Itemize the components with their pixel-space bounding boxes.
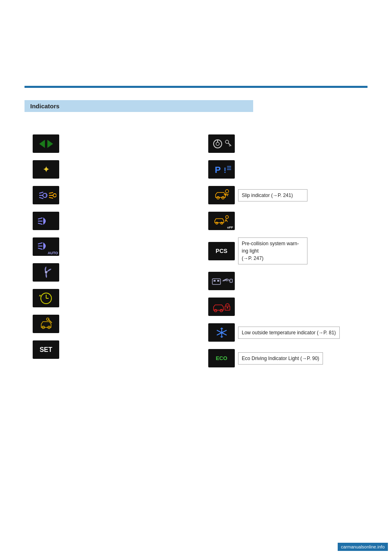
svg-text:!: ! [224,166,226,175]
wrench-row [33,315,184,333]
key-svg [212,137,232,151]
svg-point-49 [227,307,228,309]
temperature-callout-text: Low outside temperature indicator (→P. 8… [242,330,336,336]
slip-icon [208,186,235,204]
svg-line-10 [38,223,42,224]
page-content: Indicators ✦ [0,0,392,391]
eco-callout: Eco Driving Indicator Light (→P. 90) [238,352,323,365]
eco-callout-text: Eco Driving Indicator Light (→P. 90) [242,356,319,361]
slip-row: Slip indicator (→P. 241) [208,186,359,204]
top-spacer [24,16,368,78]
parking-svg: P ! [212,162,232,177]
svg-line-13 [38,248,42,249]
svg-line-38 [227,194,229,195]
headlight-row [33,212,184,230]
auto-headlight-icon: AUTO [33,237,59,256]
eco-row: ECO Eco Driving Indicator Light (→P. 90) [208,349,359,367]
wrench-svg [38,316,54,332]
set-icon: SET [33,340,59,359]
section-header-wrapper: Indicators [24,100,368,124]
fan-row [33,263,184,282]
svg-rect-43 [214,280,216,282]
left-column: ✦ [33,134,184,375]
wrench-icon [33,315,59,333]
fan-icon [33,263,59,282]
arrow-right-icon [47,140,53,148]
auto-headlight-row: AUTO [33,237,184,256]
eco-label: ECO [216,355,227,361]
radar-icon [208,272,235,290]
slip-off-row: oFF [208,212,359,230]
arrow-left-icon [39,140,45,148]
watermark: carmanualsonline.info [338,543,388,551]
set-row: SET [33,340,184,359]
highbeam-fog-icon [33,186,59,204]
set-label: SET [40,346,52,354]
daytime-light-row: ✦ [33,160,184,179]
door-lock-row [208,298,359,316]
temperature-icon [208,323,235,342]
svg-point-7 [53,194,56,197]
svg-line-6 [49,197,53,198]
door-lock-svg [212,299,232,315]
temperature-callout: Low outside temperature indicator (→P. 8… [238,327,340,339]
svg-line-5 [49,192,53,193]
svg-line-12 [38,243,42,244]
daytime-light-icon: ✦ [33,160,59,179]
right-column: P ! [208,134,359,375]
headlight-icon [33,212,59,230]
svg-point-23 [216,142,219,145]
indicators-container: ✦ [33,134,359,375]
off-label: oFF [227,226,233,229]
indicators-header: Indicators [24,100,253,112]
svg-point-34 [217,197,219,199]
key-icon [208,134,235,153]
clock-icon [33,289,59,307]
headlight-svg [36,215,56,227]
temperature-row: Low outside temperature indicator (→P. 8… [208,323,359,342]
radar-row [208,272,359,290]
beam-fog-svg [36,189,56,201]
turn-signal-row [33,134,184,153]
pcs-row: PCS Pre-collision system warn-ing light(… [208,237,359,264]
svg-point-40 [220,222,223,224]
slip-callout-text: Slip indicator (→P. 241) [242,192,293,198]
auto-label: AUTO [48,251,58,255]
svg-point-35 [222,197,224,199]
pcs-icon: PCS [208,242,235,260]
svg-line-28 [229,145,230,146]
door-lock-icon [208,298,235,316]
highbeam-fog-row [33,186,184,204]
pcs-callout-text: Pre-collision system warn-ing light(→P. … [242,241,299,261]
radar-svg [210,274,233,288]
svg-point-14 [45,271,47,273]
slip-svg [212,187,232,204]
blue-divider [24,86,368,88]
svg-line-1 [39,192,43,193]
clock-row [33,289,184,307]
slip-off-icon: oFF [208,212,235,230]
svg-rect-45 [230,279,232,282]
svg-point-39 [216,222,218,224]
clock-svg [38,290,54,307]
svg-line-9 [38,218,42,219]
svg-point-25 [225,140,229,143]
svg-point-46 [214,309,217,312]
key-row [208,134,359,153]
temperature-svg [212,324,232,341]
slip-callout: Slip indicator (→P. 241) [238,189,307,201]
svg-point-47 [220,309,223,312]
svg-text:P: P [215,165,221,175]
eco-icon: ECO [208,349,235,367]
pcs-label: PCS [216,248,227,254]
turn-signal-icon [33,134,59,153]
sun-icon: ✦ [42,164,50,175]
fan-svg [38,265,54,280]
parking-row: P ! [208,160,359,179]
svg-point-36 [225,190,229,193]
svg-point-41 [225,216,228,219]
parking-icon: P ! [208,160,235,179]
svg-line-2 [39,197,43,199]
svg-rect-44 [217,280,219,282]
pcs-callout: Pre-collision system warn-ing light(→P. … [238,237,307,264]
